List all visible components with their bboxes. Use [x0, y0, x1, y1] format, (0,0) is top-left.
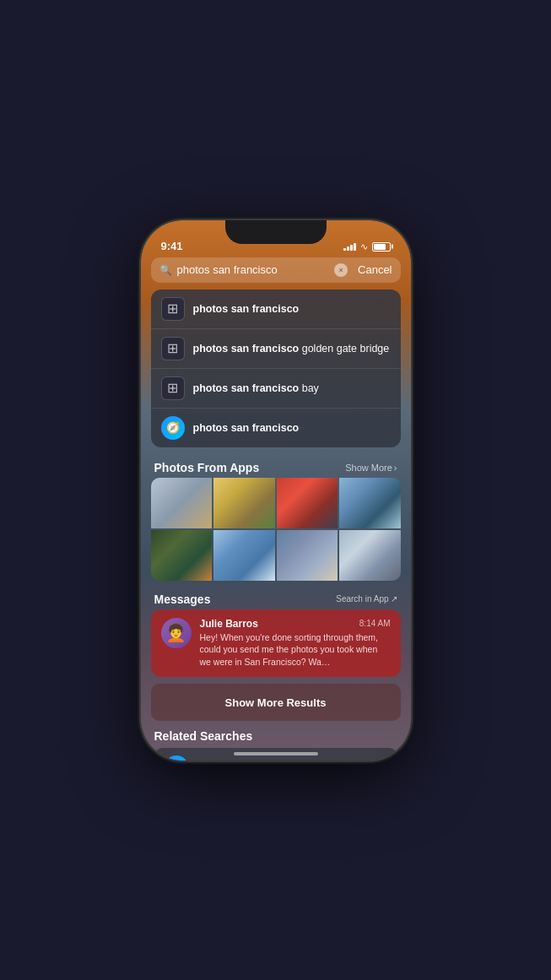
search-bar-container: 🔍 photos san francisco × Cancel: [141, 257, 411, 290]
suggestion-item[interactable]: 🧭 photos san francisco: [151, 409, 401, 447]
suggestion-item[interactable]: photos san francisco golden gate bridge: [151, 329, 401, 369]
suggestion-text: photos san francisco bay: [193, 382, 319, 394]
photos-section-title: Photos From Apps: [154, 461, 260, 474]
signal-icon: [343, 243, 356, 251]
search-cancel-button[interactable]: Cancel: [358, 263, 392, 276]
message-content: Julie Barros 8:14 AM Hey! When you're do…: [200, 618, 391, 669]
photo-cell[interactable]: [339, 530, 401, 581]
messages-section-header: Messages Search in App ↗: [141, 589, 411, 609]
search-icon: 🔍: [159, 264, 172, 276]
notch: [225, 220, 327, 244]
wifi-icon: ∿: [360, 241, 368, 252]
related-searches-section: Related Searches 🧭 photos san francisco: [141, 729, 411, 761]
battery-icon: [372, 242, 391, 252]
photos-show-more-button[interactable]: Show More ›: [345, 463, 397, 473]
phone-device: 9:41 ∿ 🔍 photos san francisco ×: [141, 220, 411, 761]
show-more-label: Show More: [345, 463, 392, 473]
message-time: 8:14 AM: [359, 619, 391, 628]
photos-app-icon: [161, 376, 185, 400]
message-text: Hey! When you're done sorting through th…: [200, 631, 391, 669]
message-sender: Julie Barros: [200, 618, 258, 630]
message-header: Julie Barros 8:14 AM: [200, 618, 391, 630]
message-item[interactable]: 🧑‍🦱 Julie Barros 8:14 AM Hey! When you'r…: [151, 609, 401, 677]
photo-cell[interactable]: [277, 530, 338, 581]
suggestion-text: photos san francisco golden gate bridge: [193, 343, 390, 355]
photo-cell[interactable]: [151, 530, 213, 581]
suggestions-list: photos san francisco photos san francisc…: [151, 290, 401, 447]
messages-section: 🧑‍🦱 Julie Barros 8:14 AM Hey! When you'r…: [151, 609, 401, 677]
messages-section-title: Messages: [154, 593, 211, 606]
suggestion-item[interactable]: photos san francisco: [151, 290, 401, 329]
photos-app-icon: [161, 297, 185, 321]
photo-cell[interactable]: [339, 478, 401, 528]
related-searches-title: Related Searches: [154, 729, 397, 743]
photo-cell[interactable]: [277, 478, 338, 528]
photo-cell[interactable]: [151, 478, 213, 528]
photos-section-header: Photos From Apps Show More ›: [141, 456, 411, 478]
chevron-right-icon: ›: [394, 463, 397, 473]
search-clear-button[interactable]: ×: [334, 263, 348, 277]
photo-cell[interactable]: [213, 478, 275, 528]
show-more-results-button[interactable]: Show More Results: [151, 684, 401, 721]
show-more-results-label: Show More Results: [225, 696, 327, 709]
suggestion-text: photos san francisco: [193, 422, 300, 434]
status-icons: ∿: [343, 241, 391, 252]
photos-app-icon: [161, 337, 185, 360]
search-query-text[interactable]: photos san francisco: [177, 263, 330, 276]
avatar: 🧑‍🦱: [161, 618, 192, 648]
search-in-app-button[interactable]: Search in App ↗: [336, 594, 397, 604]
phone-screen: 9:41 ∿ 🔍 photos san francisco ×: [141, 220, 411, 761]
photo-cell[interactable]: [213, 530, 275, 581]
battery-fill: [374, 244, 386, 250]
search-bar[interactable]: 🔍 photos san francisco × Cancel: [151, 257, 401, 283]
home-indicator[interactable]: [234, 752, 318, 755]
status-time: 9:41: [161, 240, 183, 252]
suggestion-item[interactable]: photos san francisco bay: [151, 369, 401, 409]
suggestion-text: photos san francisco: [193, 303, 300, 315]
safari-app-icon: 🧭: [161, 416, 185, 440]
search-in-app-label: Search in App: [336, 594, 388, 604]
photo-grid: [151, 478, 401, 581]
external-link-icon: ↗: [391, 594, 397, 604]
safari-app-icon: 🧭: [165, 755, 188, 761]
